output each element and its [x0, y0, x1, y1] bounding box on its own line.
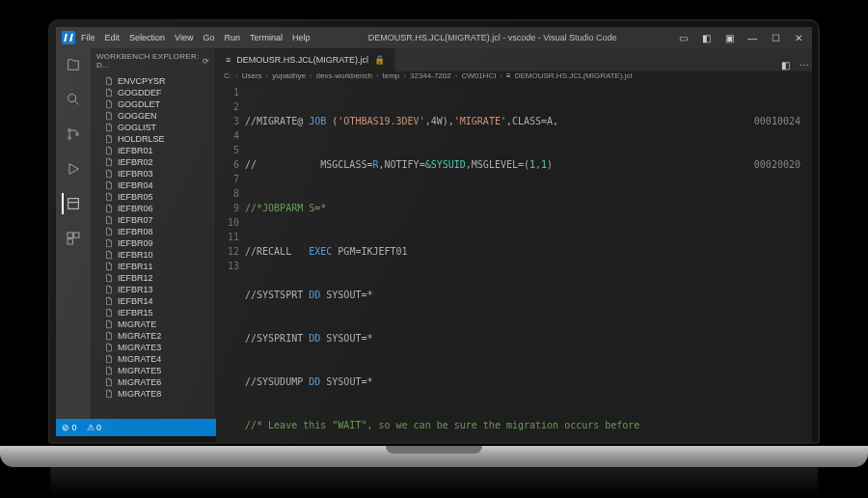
crumb[interactable]: C:	[224, 71, 231, 80]
code-text[interactable]: //MIGRATE@ JOB ('OTHBAS19.3DEV',4W),'MIG…	[245, 81, 639, 444]
lock-icon: 🔒	[374, 55, 385, 65]
sidebar-item[interactable]: HOLDRLSE	[91, 133, 215, 145]
crumb[interactable]: 32344-7202	[410, 71, 451, 80]
file-icon	[104, 238, 114, 248]
svg-point-3	[76, 133, 79, 136]
sidebar-item[interactable]: IEFBR14	[91, 295, 215, 307]
split-editor-icon[interactable]: ◧	[777, 58, 793, 71]
vscode-logo-icon	[62, 31, 75, 44]
sidebar-list[interactable]: ENVCPYSRGOGDDEFGOGDLETGOGGENGOGLISTHOLDR…	[91, 73, 215, 419]
minimize-button[interactable]: —	[745, 31, 760, 44]
breadcrumbs[interactable]: C:› Users› yupadhye› devs-workbench› tem…	[216, 71, 812, 81]
vscode-window: File Edit Selection View Go Run Terminal…	[56, 27, 812, 436]
file-icon	[104, 343, 114, 352]
sidebar-item[interactable]: MIGRATE2	[91, 330, 215, 342]
file-icon	[104, 215, 114, 225]
svg-point-2	[68, 137, 71, 140]
activity-bar	[56, 48, 91, 419]
source-control-icon[interactable]	[63, 124, 84, 145]
sidebar-item[interactable]: IEFBR03	[91, 168, 215, 180]
sidebar-item[interactable]: IEFBR11	[91, 261, 215, 272]
file-icon	[104, 250, 114, 260]
crumb[interactable]: Users	[242, 71, 262, 80]
file-icon	[104, 192, 114, 202]
window-title: DEMOUSR.HS.JCL(MIGRATE).jcl - vscode - V…	[310, 33, 675, 42]
code-editor[interactable]: 12345678910111213 //MIGRATE@ JOB ('OTHBA…	[216, 81, 812, 444]
file-icon	[104, 99, 114, 109]
title-bar: File Edit Selection View Go Run Terminal…	[56, 27, 812, 48]
file-icon: ≡	[226, 55, 231, 65]
svg-rect-6	[74, 233, 79, 237]
laptop-reflection	[50, 467, 818, 496]
sidebar-item[interactable]: IEFBR10	[91, 249, 215, 261]
sidebar-item[interactable]: GOGDDEF	[91, 87, 215, 98]
crumb[interactable]: DEMOUSR.HS.JCL(MIGRATE).jcl	[515, 71, 633, 80]
file-icon	[104, 146, 114, 155]
crumb[interactable]: temp	[383, 71, 400, 80]
explorer-icon[interactable]	[63, 54, 84, 75]
file-icon	[104, 354, 114, 364]
main-menu: File Edit Selection View Go Run Terminal…	[81, 33, 310, 42]
file-icon	[104, 111, 114, 121]
sidebar-item[interactable]: IEFBR07	[91, 214, 215, 226]
line-gutter: 12345678910111213	[216, 81, 245, 444]
refresh-icon[interactable]: ⟳	[203, 57, 209, 66]
more-actions-icon[interactable]: ⋯	[797, 58, 812, 71]
extensions-icon[interactable]	[63, 228, 84, 249]
workbench-explorer-icon[interactable]	[62, 193, 83, 214]
menu-go[interactable]: Go	[203, 33, 214, 42]
menu-help[interactable]: Help	[292, 33, 311, 42]
sidebar-item[interactable]: IEFBR06	[91, 203, 215, 214]
layout-btn-icon[interactable]: ▭	[675, 31, 691, 44]
maximize-button[interactable]: ☐	[768, 31, 783, 44]
status-warnings[interactable]: ⚠ 0	[87, 423, 102, 432]
menu-file[interactable]: File	[81, 33, 95, 42]
file-icon	[104, 134, 114, 144]
file-icon	[104, 389, 114, 399]
file-icon	[104, 123, 114, 132]
crumb[interactable]: CW01HCI	[461, 71, 496, 80]
sidebar-item[interactable]: MIGRATE	[91, 318, 215, 330]
layout-btn2-icon[interactable]: ◧	[698, 31, 714, 44]
layout-btn3-icon[interactable]: ▣	[721, 31, 737, 44]
sidebar-item[interactable]: ENVCPYSR	[91, 75, 215, 87]
sidebar-item[interactable]: IEFBR12	[91, 272, 215, 284]
svg-point-1	[68, 129, 71, 132]
sidebar: WORKBENCH EXPLORER: D... ⟳ ENVCPYSRGOGDD…	[91, 48, 216, 419]
svg-rect-7	[68, 239, 72, 244]
menu-selection[interactable]: Selection	[129, 33, 165, 42]
run-debug-icon[interactable]	[63, 158, 84, 180]
sidebar-title: WORKBENCH EXPLORER: D...	[96, 52, 203, 69]
sidebar-item[interactable]: MIGRATE4	[91, 353, 215, 365]
sidebar-item[interactable]: IEFBR01	[91, 145, 215, 156]
editor-tab[interactable]: ≡ DEMOUSR.HS.JCL(MIGRATE).jcl 🔒	[216, 48, 395, 71]
sidebar-item[interactable]: GOGLIST	[91, 122, 215, 133]
sidebar-item[interactable]: IEFBR13	[91, 284, 215, 295]
menu-run[interactable]: Run	[224, 33, 240, 42]
sidebar-item[interactable]: MIGRATE6	[91, 376, 215, 388]
file-icon	[104, 157, 114, 167]
sidebar-item[interactable]: MIGRATE8	[91, 388, 215, 400]
sidebar-item[interactable]: IEFBR05	[91, 191, 215, 203]
sidebar-item[interactable]: IEFBR09	[91, 237, 215, 249]
sidebar-item[interactable]: MIGRATE5	[91, 365, 215, 376]
menu-view[interactable]: View	[175, 33, 193, 42]
search-icon[interactable]	[63, 89, 84, 110]
crumb[interactable]: devs-workbench	[316, 71, 372, 80]
status-errors[interactable]: ⊘ 0	[62, 423, 77, 432]
menu-edit[interactable]: Edit	[105, 33, 121, 42]
sidebar-item[interactable]: GOGDLET	[91, 98, 215, 110]
sidebar-item[interactable]: MIGRATE3	[91, 342, 215, 353]
file-icon	[104, 285, 114, 294]
close-button[interactable]: ✕	[791, 31, 806, 44]
sidebar-item[interactable]: IEFBR15	[91, 307, 215, 318]
editor-area: ≡ DEMOUSR.HS.JCL(MIGRATE).jcl 🔒 ◧ ⋯ C:› …	[216, 48, 812, 419]
sidebar-item[interactable]: IEFBR08	[91, 226, 215, 237]
sidebar-item[interactable]: IEFBR02	[91, 156, 215, 168]
sidebar-item[interactable]: GOGGEN	[91, 110, 215, 122]
menu-terminal[interactable]: Terminal	[250, 33, 283, 42]
sidebar-item[interactable]: IEFBR04	[91, 180, 215, 191]
crumb[interactable]: yupadhye	[272, 71, 306, 80]
tab-label: DEMOUSR.HS.JCL(MIGRATE).jcl	[236, 55, 368, 65]
file-icon	[104, 366, 114, 375]
